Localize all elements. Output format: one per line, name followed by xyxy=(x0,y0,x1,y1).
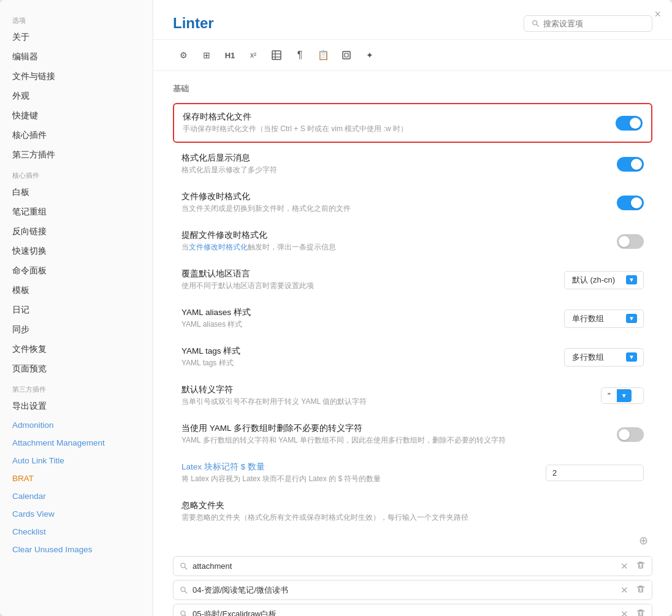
svg-rect-6 xyxy=(343,51,350,59)
toggle-show-message[interactable] xyxy=(617,157,644,172)
sidebar-item-editor[interactable]: 编辑器 xyxy=(0,47,153,67)
search-icon-folder3 xyxy=(180,610,188,616)
setting-row-show-message: 格式化后显示消息 格式化后显示修改了多少字符 xyxy=(173,145,652,183)
sidebar-item-journal[interactable]: 日记 xyxy=(0,300,153,320)
setting-desc-ignore-folders: 需要忽略的文件夹（格式化所有文件或保存时格式化时生效），每行输入一个文件夹路径 xyxy=(181,512,644,523)
setting-desc-yaml-tags: YAML tags 样式 xyxy=(181,358,564,368)
setting-desc-latex: 将 Latex 内容视为 Latex 块而不是行内 Latex 的 $ 符号的数… xyxy=(181,474,546,484)
sidebar-item-sync[interactable]: 同步 xyxy=(0,320,153,340)
sidebar: 选项 关于 编辑器 文件与链接 外观 快捷键 核心插件 第三方插件 核心插件 白… xyxy=(0,0,153,616)
setting-row-default-escape: 默认转义字符 当单引号或双引号不存在时用于转义 YAML 值的默认字符 " ▼ xyxy=(173,377,652,414)
setting-name-format-on-change: 文件修改时格式化 xyxy=(181,191,617,202)
sidebar-item-file-recovery[interactable]: 文件恢复 xyxy=(0,340,153,359)
clear-folder-attachment[interactable]: ✕ xyxy=(620,561,628,572)
sidebar-top-label: 选项 xyxy=(0,10,153,28)
sidebar-item-cards-view[interactable]: Cards View xyxy=(0,505,153,523)
page-title: Linter xyxy=(173,15,214,32)
toolbar-grid-btn[interactable]: ⊞ xyxy=(196,46,217,64)
svg-line-14 xyxy=(185,591,186,593)
section-basic-title: 基础 xyxy=(173,83,652,94)
svg-rect-2 xyxy=(272,51,281,59)
folder-row-attachment: attachment ✕ xyxy=(173,556,652,576)
sidebar-item-calendar[interactable]: Calendar xyxy=(0,487,153,505)
sidebar-item-backlinks[interactable]: 反向链接 xyxy=(0,222,153,241)
main-header: Linter xyxy=(153,0,672,40)
sidebar-item-notes-reorganize[interactable]: 笔记重组 xyxy=(0,202,153,222)
delete-folder-wechat[interactable] xyxy=(636,584,646,596)
toolbar: ⚙ ⊞ H1 x² ¶ 📋 ✦ xyxy=(153,40,672,71)
setting-name-yaml-aliases: YAML aliases 样式 xyxy=(181,307,564,318)
clear-folder-wechat[interactable]: ✕ xyxy=(620,585,628,596)
sidebar-item-brat[interactable]: BRAT xyxy=(0,470,153,487)
svg-line-9 xyxy=(185,567,186,569)
sidebar-item-clear-unused-images[interactable]: Clear Unused Images xyxy=(0,541,153,558)
toolbar-h1-btn[interactable]: H1 xyxy=(220,46,240,64)
search-icon-folder2 xyxy=(180,586,188,594)
setting-row-remind-format: 提醒文件修改时格式化 当文件修改时格式化触发时，弹出一条提示信息 xyxy=(173,222,652,260)
sidebar-item-attachment-management[interactable]: Attachment Management xyxy=(0,434,153,452)
toggle-format-on-change[interactable] xyxy=(617,196,644,210)
sidebar-item-quick-switch[interactable]: 快速切换 xyxy=(0,241,153,261)
setting-name-latex: Latex 块标记符 $ 数量 xyxy=(181,462,546,473)
sidebar-item-core-plugins[interactable]: 核心插件 xyxy=(0,126,153,145)
close-button[interactable]: × xyxy=(654,9,661,20)
quote-select-value: " xyxy=(601,388,617,403)
folder-value-attachment: attachment xyxy=(193,561,616,571)
select-yaml-tags[interactable]: 多行数组 ▼ xyxy=(564,348,644,367)
setting-row-locale: 覆盖默认地区语言 使用不同于默认地区语言时需要设置此项 默认 (zh-cn) ▼ xyxy=(173,261,652,298)
toggle-save-format[interactable] xyxy=(616,116,643,131)
setting-name-remove-escape: 当使用 YAML 多行数组时删除不必要的转义字符 xyxy=(181,423,617,434)
search-icon-folder1 xyxy=(180,562,188,570)
toolbar-box-btn[interactable] xyxy=(336,46,357,64)
sidebar-item-export-settings[interactable]: 导出设置 xyxy=(0,397,153,416)
setting-name-default-escape: 默认转义字符 xyxy=(181,384,601,395)
setting-row-format-on-change: 文件修改时格式化 当文件关闭或是切换到新文件时，格式化之前的文件 xyxy=(173,184,652,221)
setting-desc-yaml-aliases: YAML aliases 样式 xyxy=(181,319,564,330)
search-icon xyxy=(532,19,540,28)
clear-folder-excalidraw[interactable]: ✕ xyxy=(620,609,628,617)
sidebar-item-auto-link-title[interactable]: Auto Link Title xyxy=(0,452,153,470)
search-input[interactable] xyxy=(543,19,644,28)
content: 基础 保存时格式化文件 手动保存时格式化文件（当按 Ctrl + S 时或在 v… xyxy=(153,71,672,616)
setting-name-remind-format: 提醒文件修改时格式化 xyxy=(181,230,617,241)
sidebar-item-templates[interactable]: 模板 xyxy=(0,281,153,300)
sidebar-item-files-links[interactable]: 文件与链接 xyxy=(0,67,153,86)
latex-number-input[interactable] xyxy=(546,465,644,481)
setting-row-remove-escape: 当使用 YAML 多行数组时删除不必要的转义字符 YAML 多行数组的转义字符和… xyxy=(173,416,652,453)
sidebar-item-third-party-plugins[interactable]: 第三方插件 xyxy=(0,145,153,165)
toolbar-paragraph-btn[interactable]: ¶ xyxy=(289,46,310,64)
toolbar-superscript-btn[interactable]: x² xyxy=(243,46,264,64)
toggle-remove-escape[interactable] xyxy=(617,427,644,442)
delete-folder-excalidraw[interactable] xyxy=(636,608,646,616)
select-locale[interactable]: 默认 (zh-cn) ▼ xyxy=(564,271,644,289)
delete-folder-attachment[interactable] xyxy=(636,560,646,572)
select-locale-value: 默认 (zh-cn) xyxy=(572,275,615,286)
toolbar-table-btn[interactable] xyxy=(266,46,287,64)
chevron-down-icon-tags: ▼ xyxy=(626,352,637,362)
toolbar-special-btn[interactable]: ✦ xyxy=(359,46,380,64)
sidebar-item-whiteboard[interactable]: 白板 xyxy=(0,183,153,202)
chevron-down-icon-quote: ▼ xyxy=(617,389,632,402)
add-folder-button[interactable]: ⊕ xyxy=(634,531,652,550)
quote-select-escape[interactable]: " ▼ xyxy=(601,387,644,404)
folder-value-excalidraw: 05-临时/Excalidraw白板 xyxy=(193,609,616,617)
select-yaml-tags-value: 多行数组 xyxy=(572,352,604,363)
sidebar-item-about[interactable]: 关于 xyxy=(0,28,153,47)
sidebar-item-admonition[interactable]: Admonition xyxy=(0,416,153,434)
setting-desc-format-on-change: 当文件关闭或是切换到新文件时，格式化之前的文件 xyxy=(181,203,617,214)
setting-name-show-message: 格式化后显示消息 xyxy=(181,153,617,164)
sidebar-item-checklist[interactable]: Checklist xyxy=(0,523,153,541)
sidebar-item-page-preview[interactable]: 页面预览 xyxy=(0,359,153,379)
select-yaml-aliases[interactable]: 单行数组 ▼ xyxy=(564,310,644,328)
setting-desc-default-escape: 当单引号或双引号不存在时用于转义 YAML 值的默认字符 xyxy=(181,397,601,407)
setting-desc-remind-format: 当文件修改时格式化触发时，弹出一条提示信息 xyxy=(181,242,617,253)
toolbar-settings-btn[interactable]: ⚙ xyxy=(173,46,194,64)
folder-value-wechat: 04-资源/阅读笔记/微信读书 xyxy=(193,585,616,596)
sidebar-item-appearance[interactable]: 外观 xyxy=(0,86,153,106)
search-box[interactable] xyxy=(524,15,652,32)
sidebar-item-command-palette[interactable]: 命令面板 xyxy=(0,261,153,281)
toolbar-clipboard-btn[interactable]: 📋 xyxy=(313,46,334,64)
toggle-remind-format[interactable] xyxy=(617,234,644,249)
select-yaml-aliases-value: 单行数组 xyxy=(572,313,604,324)
sidebar-item-hotkeys[interactable]: 快捷键 xyxy=(0,106,153,126)
